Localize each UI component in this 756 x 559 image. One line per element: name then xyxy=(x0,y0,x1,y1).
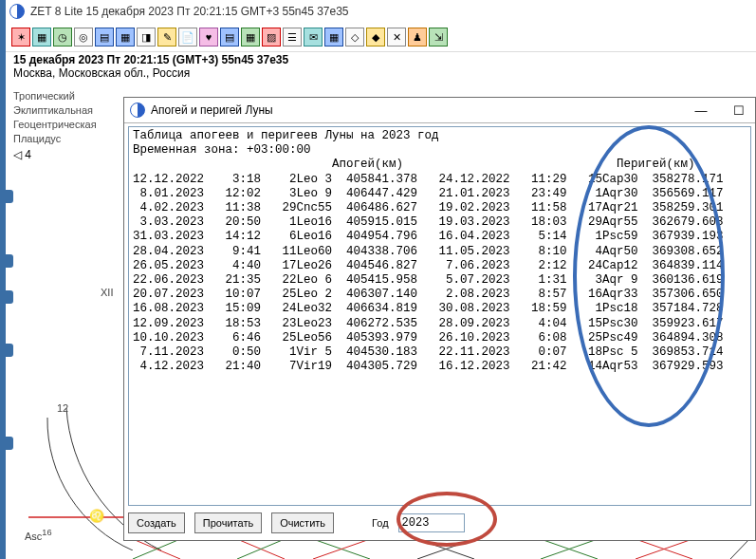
toolbar-icon-13[interactable]: ▨ xyxy=(262,28,281,47)
house-label-xii: XII xyxy=(101,287,113,298)
toolbar-icon-20[interactable]: ♟ xyxy=(408,28,427,47)
asc-label: Asc16 xyxy=(25,528,52,542)
main-toolbar: ✶ ▦ ◷ ◎ ▤ ▦ ◨ ✎ 📄 ♥ ▤ ▦ ▨ ☰ ✉ ▦ ◇ ◆ ✕ ♟ … xyxy=(6,23,756,52)
apogee-perigee-dialog: Апогей и перигей Луны — ☐ Таблица апогее… xyxy=(123,97,756,541)
toolbar-icon-3[interactable]: ◷ xyxy=(53,28,72,47)
setting-houses: Плацидус xyxy=(13,132,97,146)
dialog-titlebar[interactable]: Апогей и перигей Луны — ☐ xyxy=(124,98,755,123)
app-title: ZET 8 Lite 15 декабря 2023 Пт 20:21:15 G… xyxy=(30,5,349,18)
toolbar-icon-7[interactable]: ◨ xyxy=(137,28,156,47)
svg-line-13 xyxy=(730,539,749,559)
setting-zodiac: Тропический xyxy=(13,89,97,103)
toolbar-icon-10[interactable]: ♥ xyxy=(199,28,218,47)
setting-center: Геоцентрическая xyxy=(13,118,97,132)
chart-info: 15 декабря 2023 Пт 20:21:15 (GMT+3) 55n4… xyxy=(13,53,288,80)
toolbar-icon-1[interactable]: ✶ xyxy=(11,28,30,47)
toolbar-icon-9[interactable]: 📄 xyxy=(178,28,197,47)
toolbar-icon-17[interactable]: ◇ xyxy=(345,28,364,47)
toolbar-icon-21[interactable]: ⇲ xyxy=(429,28,448,47)
app-icon xyxy=(9,4,25,19)
toolbar-icon-2[interactable]: ▦ xyxy=(32,28,51,47)
info-datetime: 15 декабря 2023 Пт 20:21:15 (GMT+3) 55n4… xyxy=(13,53,288,66)
toolbar-icon-8[interactable]: ✎ xyxy=(157,28,176,47)
toolbar-icon-14[interactable]: ☰ xyxy=(283,28,302,47)
dialog-icon xyxy=(130,102,145,118)
toolbar-icon-19[interactable]: ✕ xyxy=(387,28,406,47)
degree-label-12: 12 xyxy=(57,402,68,414)
toolbar-icon-15[interactable]: ✉ xyxy=(304,28,323,47)
dialog-textarea[interactable]: Таблица апогеев и перигеев Луны на 2023 … xyxy=(128,126,751,506)
year-label: Год xyxy=(372,517,389,529)
toolbar-icon-11[interactable]: ▤ xyxy=(220,28,239,47)
setting-coord: Эклиптикальная xyxy=(13,103,97,118)
info-location: Москва, Московская обл., Россия xyxy=(13,66,288,80)
read-button[interactable]: Прочитать xyxy=(194,512,262,533)
year-input[interactable] xyxy=(398,513,465,532)
chart-lines-fragment xyxy=(123,539,754,559)
toolbar-icon-6[interactable]: ▦ xyxy=(116,28,135,47)
clear-button[interactable]: Очистить xyxy=(271,512,334,533)
create-button[interactable]: Создать xyxy=(128,512,185,533)
dialog-title: Апогей и перигей Луны xyxy=(151,103,273,117)
toolbar-icon-5[interactable]: ▤ xyxy=(95,28,114,47)
toolbar-icon-16[interactable]: ▦ xyxy=(324,28,343,47)
minimize-button[interactable]: — xyxy=(685,99,717,121)
leo-glyph: ♌ xyxy=(89,509,104,523)
setting-arrow[interactable]: ◁ 4 xyxy=(13,148,97,162)
toolbar-icon-12[interactable]: ▦ xyxy=(241,28,260,47)
toolbar-icon-4[interactable]: ◎ xyxy=(74,28,93,47)
app-titlebar: ZET 8 Lite 15 декабря 2023 Пт 20:21:15 G… xyxy=(6,0,756,24)
maximize-button[interactable]: ☐ xyxy=(723,99,755,121)
chart-settings: Тропический Эклиптикальная Геоцентрическ… xyxy=(13,89,97,162)
toolbar-icon-18[interactable]: ◆ xyxy=(366,28,385,47)
